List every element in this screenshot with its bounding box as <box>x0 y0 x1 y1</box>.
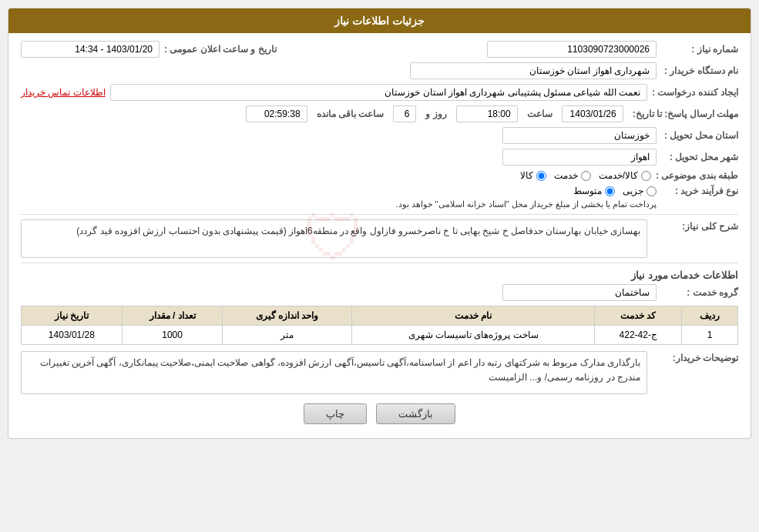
creator-value: نعمت الله شیاعی مسئول پشتیبانی شهرداری ا… <box>110 84 647 101</box>
page-title: جزئیات اطلاعات نیاز <box>8 8 751 33</box>
send-day-label: روز و <box>425 109 446 119</box>
category-label: طبقه بندی موضوعی : <box>656 170 738 181</box>
cell-unit: متر <box>223 326 351 345</box>
action-buttons: بازگشت چاپ <box>21 403 738 424</box>
category-radio-group: کالا/خدمت خدمت کالا <box>520 170 651 181</box>
process-option-motovasset[interactable]: متوسط <box>573 186 615 196</box>
description-value: بهسازی خیابان بهارستان حدفاصل خ شیخ بهای… <box>21 219 647 258</box>
creator-label: ایجاد کننده درخواست : <box>652 87 738 98</box>
send-time-label: ساعت <box>527 109 552 119</box>
back-button[interactable]: بازگشت <box>376 403 455 424</box>
buyer-tips-value: بارگذاری مدارک مربوط به شرکتهای رتبه دار… <box>21 351 647 394</box>
send-time: 18:00 <box>456 105 518 122</box>
province-label: استان محل تحویل : <box>661 130 738 141</box>
process-option-jozii[interactable]: جزیی <box>623 186 657 196</box>
announce-label: تاریخ و ساعت اعلان عمومی : <box>164 44 277 55</box>
announce-value: 1403/01/20 - 14:34 <box>21 41 160 58</box>
print-button[interactable]: چاپ <box>304 403 367 424</box>
cell-date: 1403/01/28 <box>22 326 123 345</box>
col-date: تاریخ نیاز <box>22 306 123 326</box>
col-qty: تعداد / مقدار <box>122 306 223 326</box>
cell-quantity: 1000 <box>122 326 223 345</box>
buyer-org-label: نام دستگاه خریدار : <box>661 65 738 76</box>
cell-name: ساخت پروژه‌های تاسیسات شهری <box>351 326 595 345</box>
province-value: خوزستان <box>502 127 657 144</box>
services-table: ردیف کد خدمت نام خدمت واحد اندازه گیری ت… <box>21 306 738 345</box>
need-number-value: 1103090723000026 <box>487 41 657 58</box>
process-note: پرداخت تمام یا بخشی از مبلغ خریداز محل "… <box>395 199 657 209</box>
description-text: بهسازی خیابان بهارستان حدفاصل خ شیخ بهای… <box>76 226 640 236</box>
service-group-label: گروه خدمت : <box>661 287 738 298</box>
city-label: شهر محل تحویل : <box>661 152 738 162</box>
process-radio-group: جزیی متوسط <box>395 186 657 196</box>
description-label: شرح کلی نیاز: <box>653 219 738 232</box>
contact-link[interactable]: اطلاعات تماس خریدار <box>21 87 106 98</box>
buyer-org-value: شهرداری اهواز استان خوزستان <box>410 62 657 79</box>
services-section-title: اطلاعات خدمات مورد نیاز <box>21 269 738 281</box>
send-day: 6 <box>393 105 416 122</box>
cell-row: 1 <box>682 326 738 345</box>
need-number-label: شماره نیاز : <box>661 44 738 55</box>
send-date: 1403/01/26 <box>562 105 623 122</box>
table-row: 1ج-42-422ساخت پروژه‌های تاسیسات شهریمتر1… <box>22 326 738 345</box>
city-value: اهواز <box>502 149 657 166</box>
category-option-khedmat[interactable]: خدمت <box>554 170 591 181</box>
cell-code: ج-42-422 <box>595 326 682 345</box>
col-unit: واحد اندازه گیری <box>223 306 351 326</box>
service-group-value: ساختمان <box>502 284 657 301</box>
category-option-kala-khedmat[interactable]: کالا/خدمت <box>599 170 651 181</box>
col-name: نام خدمت <box>351 306 595 326</box>
col-code: کد خدمت <box>595 306 682 326</box>
remaining-label: ساعت باقی مانده <box>317 109 385 119</box>
process-label: نوع فرآیند خرید : <box>661 186 738 196</box>
col-row: ردیف <box>682 306 738 326</box>
remaining-time: 02:59:38 <box>246 105 307 122</box>
category-option-kala[interactable]: کالا <box>520 170 546 181</box>
send-deadline-label: مهلت ارسال پاسخ: تا تاریخ: <box>633 109 738 119</box>
buyer-tips-label: توضیحات خریدار: <box>653 351 738 363</box>
